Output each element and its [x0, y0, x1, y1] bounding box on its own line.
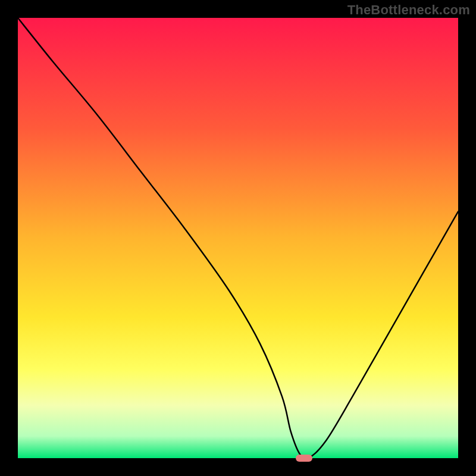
optimal-marker [296, 455, 312, 462]
bottleneck-chart [0, 0, 476, 476]
chart-container: TheBottleneck.com [0, 0, 476, 476]
plot-background [18, 18, 458, 458]
